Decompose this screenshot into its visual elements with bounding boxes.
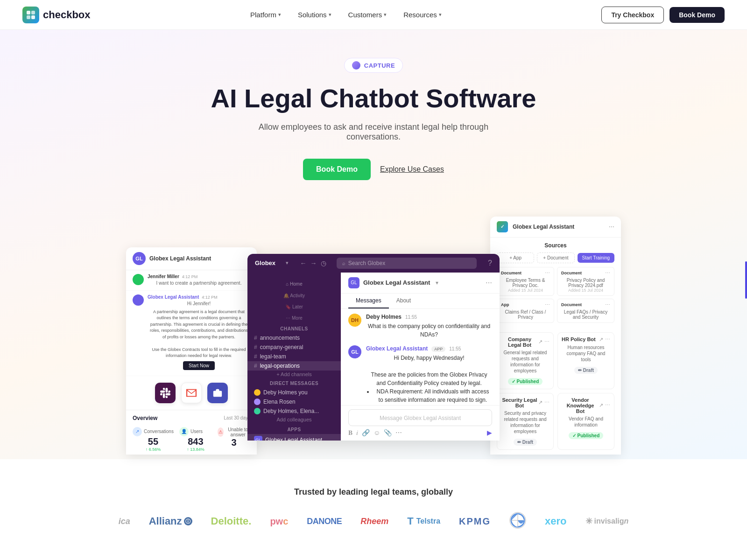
stats-row: ↗ Conversations 55 ↑ 6.56% 👤 Users 843 ↑…	[133, 427, 250, 452]
sidebar-channel-legal-ops[interactable]: # legal-operations	[247, 361, 341, 371]
sources-section: Sources + App + Document Start Training …	[490, 238, 621, 332]
sidebar-channel-legal-team[interactable]: # legal-team	[247, 352, 341, 361]
add-document-button[interactable]: + Document	[537, 252, 574, 263]
msg-content-1: Deby Holmes 11:55 What is the company po…	[366, 314, 492, 339]
logo-text: checkbox	[43, 9, 91, 21]
more-tools-icon[interactable]: ⋯	[395, 429, 402, 437]
emoji-icon[interactable]: ☺	[374, 429, 380, 437]
dm-elena[interactable]: Elena Rosen	[247, 397, 341, 406]
book-demo-hero-button[interactable]: Book Demo	[303, 159, 371, 180]
italic-icon[interactable]: 𝑖	[356, 429, 358, 437]
demo-right-panel: ✓ Globex Legal Assistant ⋯ Sources + App…	[490, 217, 621, 455]
logo-kpmg: KPMG	[459, 516, 491, 527]
status-badge-draft-2: ✏ Draft	[514, 439, 537, 446]
sidebar-channel-general[interactable]: # company-general	[247, 343, 341, 352]
trusted-section: Trusted by leading legal teams, globally…	[0, 459, 747, 550]
more-icon-4[interactable]: ⋯	[605, 402, 610, 408]
source-more-icon[interactable]: ⋯	[545, 270, 550, 276]
add-channels-btn[interactable]: + Add channels	[247, 371, 341, 378]
source-item-3: App ⋯ Claims Ref / Class / Privacy	[497, 299, 554, 323]
source-item-2: Document ⋯ Privacy Policy and Privacy 20…	[557, 267, 614, 296]
chat-area: GL Globex Legal Assistant ▾ ⋯ Messages A…	[341, 273, 500, 441]
chevron-down-icon: ▾	[278, 12, 281, 18]
teams-icon	[207, 383, 228, 403]
logo-bmw	[509, 512, 526, 531]
source-more-icon-2[interactable]: ⋯	[605, 270, 610, 276]
sources-title: Sources	[497, 242, 614, 249]
chevron-down-icon: ▾	[384, 12, 387, 18]
trusted-title: Trusted by leading legal teams, globally	[22, 487, 725, 497]
share-icon-3[interactable]: ↗	[538, 399, 543, 406]
left-panel-avatar: GL	[133, 252, 146, 265]
status-badge-published-2: ✓ Published	[569, 432, 604, 439]
slack-workspace-name: Globex	[255, 259, 275, 266]
sidebar-app-legal-assistant[interactable]: GL Globex Legal Assistant	[247, 434, 341, 441]
sidebar-channel-announcements[interactable]: # announcements	[247, 333, 341, 343]
chat-time: 4:12 PM	[182, 274, 198, 279]
logo-xero: xero	[545, 515, 566, 527]
dm-group[interactable]: Deby Holmes, Elena...	[247, 406, 341, 416]
logo-telstra: T Telstra	[407, 515, 440, 527]
link-icon[interactable]: 🔗	[362, 429, 370, 437]
hero-subtitle: Allow employees to ask and receive insta…	[243, 122, 504, 142]
bot-card-vendor-knowledge: Vendor Knowledge Bot ↗ ⋯ Vendor FAQ and …	[557, 393, 614, 450]
bot-avatar	[133, 294, 144, 306]
bot-msg-avatar: GL	[348, 345, 361, 358]
send-button[interactable]: ▶	[487, 429, 492, 437]
share-icon[interactable]: ↗	[538, 339, 543, 345]
source-more-icon-3[interactable]: ⋯	[545, 302, 550, 308]
bot-long-text: A partnership agreement is a legal docum…	[148, 309, 250, 359]
msg-content-2: Globex Legal Assistant APP 11:55 Hi Deby…	[366, 345, 492, 405]
messages-area: DH Deby Holmes 11:55 What is the company…	[341, 309, 500, 405]
bot-cards: Company Legal Bot ↗ ⋯ General legal rela…	[490, 332, 621, 455]
integrations-row	[126, 376, 257, 410]
nav-platform[interactable]: Platform ▾	[244, 7, 288, 22]
right-panel-title: Globex Legal Assistant	[513, 224, 574, 230]
clock-icon: ◷	[321, 259, 326, 267]
status-badge-published: ✓ Published	[508, 378, 543, 385]
add-app-button[interactable]: + App	[497, 252, 534, 263]
sidebar-nav-icon: ⌂ Home	[286, 281, 303, 287]
share-icon-2[interactable]: ↗	[599, 336, 603, 343]
start-now-button[interactable]: Start Now	[183, 361, 215, 370]
share-icon-4[interactable]: ↗	[599, 402, 603, 408]
left-panel-title: Globex Legal Assistant	[149, 255, 211, 262]
demo-left-panel: GL Globex Legal Assistant Jennifer Mille…	[126, 247, 257, 455]
message-row-2: GL Globex Legal Assistant APP 11:55 Hi D…	[348, 345, 492, 405]
slack-search[interactable]: ⌕ Search Globex	[337, 258, 477, 269]
search-icon: ⌕	[342, 260, 345, 266]
user-avatar	[133, 274, 144, 285]
source-grid: Document ⋯ Employee Terms & Privacy Doc.…	[497, 267, 614, 323]
more-options-icon-right: ⋯	[609, 224, 614, 230]
chevron-down-icon: ▾	[286, 260, 289, 266]
nav-customers[interactable]: Customers ▾	[342, 7, 394, 22]
more-icon[interactable]: ⋯	[544, 339, 550, 345]
book-demo-nav-button[interactable]: Book Demo	[669, 7, 725, 23]
dm-deby-you[interactable]: Deby Holmes you	[247, 388, 341, 397]
more-icon-3[interactable]: ⋯	[544, 399, 550, 406]
attach-icon[interactable]: 📎	[384, 429, 392, 437]
saved-icon: 🔖 Later	[285, 304, 303, 309]
activity-icon: 🔔 Activity	[283, 293, 305, 298]
nav-resources[interactable]: Resources ▾	[397, 7, 448, 22]
chat-input-box[interactable]: Message Globex Legal Assistant	[348, 409, 492, 426]
explore-use-cases-link[interactable]: Explore Use Cases	[380, 165, 444, 174]
nav-solutions[interactable]: Solutions ▾	[291, 7, 338, 22]
navbar-links: Platform ▾ Solutions ▾ Customers ▾ Resou…	[244, 7, 448, 22]
checkbox-logo-small: ✓	[497, 221, 508, 232]
svg-rect-3	[31, 15, 35, 19]
scroll-indicator	[745, 261, 747, 299]
format-icon[interactable]: 𝐁	[348, 429, 352, 437]
start-training-button[interactable]: Start Training	[578, 253, 614, 263]
logo-invisalign: ✳ invisalign	[585, 516, 629, 526]
navbar-actions: Try Checkbox Book Demo	[601, 7, 725, 23]
try-checkbox-button[interactable]: Try Checkbox	[601, 7, 664, 23]
tab-messages[interactable]: Messages	[348, 294, 389, 308]
logo[interactable]: checkbox	[22, 7, 91, 23]
source-more-icon-4[interactable]: ⋯	[605, 302, 610, 308]
more-icon-2[interactable]: ⋯	[605, 336, 610, 343]
add-colleagues-btn[interactable]: Add colleagues	[247, 416, 341, 423]
slack-sidebar: ⌂ Home 🔔 Activity 🔖 Later ⋯ More Channel…	[247, 273, 341, 441]
svg-rect-1	[31, 11, 35, 14]
tab-about[interactable]: About	[389, 294, 418, 308]
